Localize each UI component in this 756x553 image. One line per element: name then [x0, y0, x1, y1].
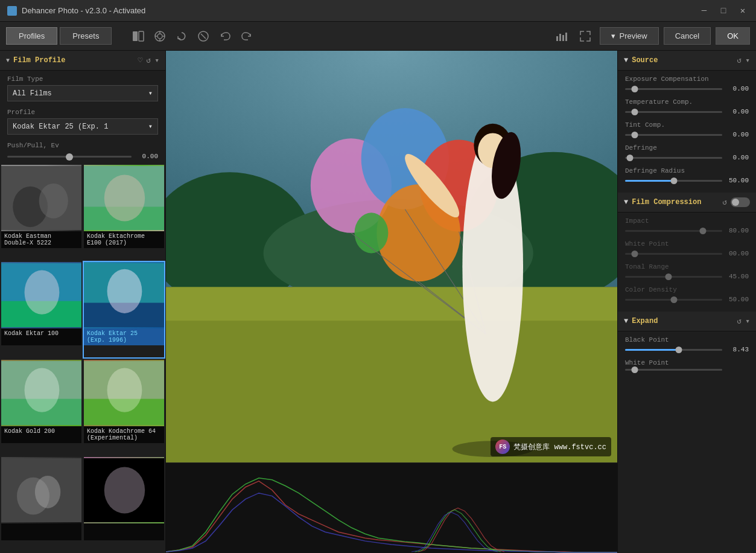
expand-white-point-track[interactable] [625, 369, 722, 371]
impact-thumb[interactable] [699, 228, 706, 234]
impact-track[interactable] [625, 230, 722, 232]
history-icon[interactable] [172, 27, 191, 46]
expand-chevron: ▼ [624, 317, 628, 325]
chevron-icon: ▼ [6, 57, 10, 64]
defringe-radius-row: 50.00 [625, 177, 749, 184]
split-view-icon[interactable] [129, 27, 148, 46]
color-density-track[interactable] [625, 299, 722, 301]
defringe-value: 0.00 [726, 154, 749, 161]
minimize-button[interactable]: ─ [698, 5, 710, 17]
source-reset-icon[interactable]: ↺ [737, 56, 742, 65]
cancel-button[interactable]: Cancel [664, 27, 711, 45]
temp-track[interactable] [625, 111, 722, 113]
temp-thumb[interactable] [632, 109, 638, 115]
film-item[interactable]: Kodak EastmanDouble-X 5222 [0, 164, 83, 261]
toggle-knob [732, 199, 739, 206]
expand-icon[interactable] [576, 27, 595, 46]
compression-reset-icon[interactable]: ↺ [722, 197, 727, 207]
tint-thumb[interactable] [632, 132, 638, 138]
film-type-label: Film Type [7, 75, 158, 83]
profile-select[interactable]: Kodak Ektar 25 (Exp. 1 ▾ [7, 118, 158, 135]
redo-icon[interactable] [237, 27, 256, 46]
maximize-button[interactable]: □ [717, 5, 729, 17]
preview-label: Preview [619, 31, 647, 40]
film-profile-header: ▼ Film Profile ♡ ↺ ▾ [0, 51, 165, 71]
svg-point-26 [107, 269, 142, 313]
push-pull-track[interactable] [7, 156, 132, 158]
film-label: Kodak Gold 200 [1, 426, 81, 443]
exposure-track[interactable] [625, 88, 722, 90]
film-item[interactable]: Kodak EktachromeE100 (2017) [83, 164, 165, 261]
svg-point-35 [35, 476, 60, 508]
target-icon[interactable] [150, 27, 170, 46]
white-point-thumb[interactable] [632, 251, 638, 257]
exposure-thumb[interactable] [632, 86, 638, 92]
film-item[interactable] [83, 456, 165, 553]
profile-group: Profile Kodak Ektar 25 (Exp. 1 ▾ [0, 104, 165, 137]
film-type-select[interactable]: All Films ▾ [7, 85, 158, 101]
app-icon [7, 6, 17, 16]
temp-row: 0.00 [625, 108, 749, 115]
close-button[interactable]: ✕ [737, 5, 749, 17]
reset-icon[interactable]: ↺ [146, 56, 151, 65]
defringe-radius-thumb[interactable] [670, 177, 677, 184]
defringe-radius-label: Defringe Radius [625, 167, 749, 174]
svg-rect-12 [562, 35, 564, 41]
heart-icon[interactable]: ♡ [138, 56, 143, 65]
expand-reset-icon[interactable]: ↺ [737, 316, 742, 326]
impact-row: 80.00 [625, 227, 749, 234]
push-pull-thumb[interactable] [66, 153, 73, 161]
exposure-label: Exposure Compensation [625, 75, 749, 83]
source-section-header: ▼ Source ↺ ▾ [618, 51, 756, 71]
watermark-text: 梵摄创意库 www.fstvc.cc [513, 442, 606, 452]
svg-point-20 [104, 174, 145, 221]
expand-white-point-thumb[interactable] [632, 366, 638, 373]
film-label: Kodak EktachromeE100 (2017) [84, 231, 164, 248]
film-label: Kodak Ektar 100 [1, 328, 81, 345]
watermark-icon: FS [495, 440, 510, 454]
defringe-radius-track[interactable] [625, 180, 722, 182]
undo-icon[interactable] [215, 27, 235, 46]
compression-toggle[interactable] [731, 197, 750, 207]
ok-button[interactable]: OK [716, 27, 750, 45]
film-profile-title: Film Profile [13, 56, 135, 65]
tonal-range-thumb[interactable] [665, 273, 672, 280]
presets-tab[interactable]: Presets [60, 27, 112, 45]
defringe-label: Defringe [625, 144, 749, 152]
expand-white-point-row [625, 369, 749, 371]
right-panel: ▼ Source ↺ ▾ Exposure Compensation 0.00 … [617, 51, 756, 553]
defringe-thumb[interactable] [627, 155, 634, 161]
chevron-down-icon[interactable]: ▾ [154, 56, 159, 65]
film-item[interactable] [0, 456, 83, 553]
film-item[interactable]: Kodak Ektar 100 [0, 261, 83, 358]
main-photo [166, 51, 617, 462]
profiles-tab[interactable]: Profiles [6, 27, 57, 45]
defringe-row: 0.00 [625, 154, 749, 161]
tonal-range-row: 45.00 [625, 273, 749, 280]
tint-track[interactable] [625, 134, 722, 136]
svg-rect-1 [139, 31, 144, 41]
defringe-track[interactable] [625, 157, 722, 159]
dropdown-arrow: ▾ [611, 31, 615, 40]
expand-chevron-down-icon[interactable]: ▾ [745, 316, 750, 326]
histogram-chart [166, 463, 617, 553]
white-point-track[interactable] [625, 253, 722, 255]
chart-icon[interactable] [551, 27, 571, 46]
source-chevron-down-icon[interactable]: ▾ [745, 56, 750, 65]
histogram-area [166, 462, 617, 553]
preview-button[interactable]: ▾ Preview [600, 27, 658, 45]
film-label: Kodak EastmanDouble-X 5222 [1, 231, 81, 248]
tonal-range-track[interactable] [625, 276, 722, 278]
svg-rect-17 [1, 166, 81, 230]
toolbar: Profiles Presets ▾ Preview Cancel OK [0, 22, 756, 51]
select-arrow2: ▾ [148, 122, 153, 131]
impact-label: Impact [625, 217, 749, 225]
cancel-circle-icon[interactable] [194, 27, 213, 46]
black-point-track[interactable] [625, 349, 722, 351]
film-profile-icons: ♡ ↺ ▾ [138, 56, 159, 65]
black-point-thumb[interactable] [675, 347, 682, 353]
color-density-thumb[interactable] [670, 296, 677, 303]
film-item[interactable]: Kodak Kodachrome 64(Experimental) [83, 359, 165, 456]
film-item[interactable]: Kodak Gold 200 [0, 359, 83, 456]
film-item-selected[interactable]: Kodak Ektar 25(Exp. 1996) [83, 261, 165, 358]
